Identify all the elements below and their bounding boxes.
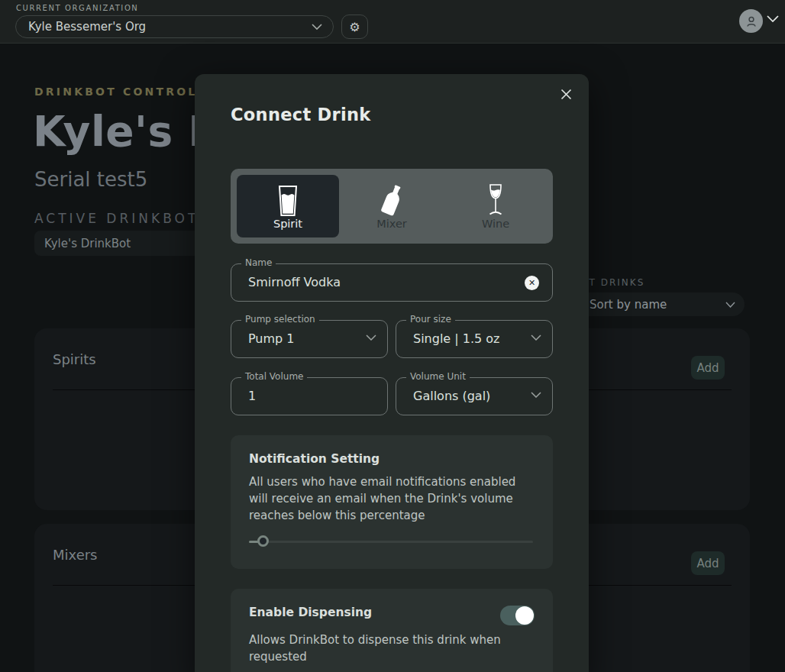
enable-dispensing-card: Enable Dispensing Allows DrinkBot to dis… (231, 589, 553, 672)
chevron-down-icon (312, 24, 322, 30)
add-mixer-button[interactable]: Add (691, 551, 725, 575)
total-volume-value: 1 (248, 378, 256, 415)
enable-dispensing-title: Enable Dispensing (249, 606, 372, 619)
clear-name-icon[interactable]: ✕ (525, 276, 539, 290)
drink-type-wine[interactable]: Wine (444, 175, 547, 237)
organization-select[interactable]: Kyle Bessemer's Org (15, 15, 334, 38)
drink-type-mixer[interactable]: Mixer (341, 175, 443, 237)
pour-size-select[interactable]: Pour size Single | 1.5 oz (396, 320, 553, 358)
toggle-knob (515, 606, 534, 625)
current-organization-label: CURRENT ORGANIZATION (16, 4, 138, 12)
notification-setting-card: Notification Setting All users who have … (231, 435, 553, 569)
drink-type-label: Wine (482, 218, 509, 230)
drink-type-label: Spirit (273, 218, 302, 230)
volume-unit-select[interactable]: Volume Unit Gallons (gal) (396, 377, 553, 415)
org-settings-button[interactable]: ⚙ (341, 15, 368, 39)
user-avatar[interactable] (739, 9, 763, 33)
gear-icon: ⚙ (349, 20, 360, 34)
active-drinkbot-tab-label: Kyle's DrinkBot (44, 237, 131, 250)
spirits-section-title: Spirits (53, 351, 96, 367)
close-icon[interactable] (557, 85, 575, 103)
chevron-down-icon (366, 334, 376, 341)
wine-glass-icon (444, 183, 547, 219)
page-eyebrow: DRINKBOT CONTROL (34, 86, 197, 98)
mixer-bottle-icon (341, 183, 443, 219)
top-bar: CURRENT ORGANIZATION Kyle Bessemer's Org… (0, 0, 785, 44)
chevron-down-icon (531, 392, 541, 398)
notification-setting-description: All users who have email notifications e… (249, 473, 522, 524)
drink-type-selector: Spirit Mixer (231, 169, 553, 244)
serial-text: Serial test5 (34, 168, 147, 191)
user-menu-chevron[interactable] (767, 15, 779, 22)
notification-setting-title: Notification Setting (249, 452, 380, 466)
mixers-section-title: Mixers (53, 547, 97, 563)
enable-dispensing-toggle[interactable] (500, 606, 535, 625)
drink-type-spirit[interactable]: Spirit (237, 175, 339, 237)
spirit-glass-icon (237, 183, 339, 219)
sort-drinks-value: Sort by name (590, 298, 725, 312)
pump-selection-value: Pump 1 (248, 321, 295, 357)
chevron-down-icon (725, 302, 735, 308)
total-volume-field[interactable]: Total Volume 1 (231, 377, 388, 415)
chevron-down-icon (531, 334, 541, 341)
active-drinkbot-label: ACTIVE DRINKBOT (34, 211, 199, 226)
sort-drinks-select[interactable]: Sort by name (577, 292, 745, 316)
pump-selection-select[interactable]: Pump selection Pump 1 (231, 320, 388, 358)
person-icon (745, 15, 758, 28)
drink-type-label: Mixer (376, 218, 407, 230)
add-spirit-button[interactable]: Add (691, 356, 725, 380)
slider-track (249, 541, 533, 543)
organization-select-value: Kyle Bessemer's Org (28, 20, 312, 34)
volume-unit-value: Gallons (gal) (413, 378, 490, 415)
connect-drink-modal: Connect Drink Spirit Mixer (195, 74, 589, 672)
enable-dispensing-description: Allows DrinkBot to dispense this drink w… (249, 632, 513, 665)
name-field[interactable]: Name Smirnoff Vodka ✕ (231, 263, 553, 302)
slider-knob[interactable] (257, 535, 269, 547)
notification-threshold-slider[interactable] (249, 535, 533, 548)
modal-title: Connect Drink (231, 105, 371, 124)
name-field-value: Smirnoff Vodka (248, 264, 341, 301)
pour-size-value: Single | 1.5 oz (413, 321, 499, 357)
